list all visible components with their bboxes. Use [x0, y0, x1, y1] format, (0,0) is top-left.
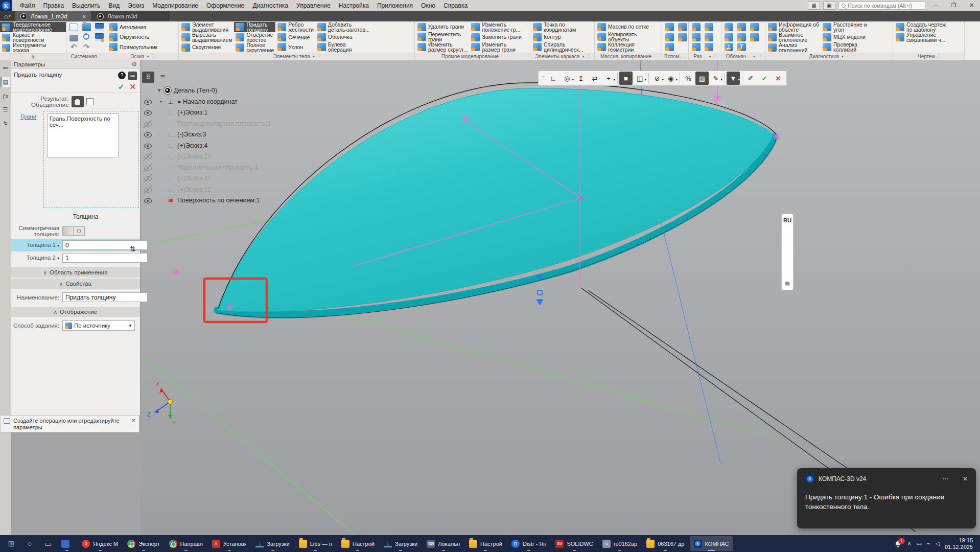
command-search-input[interactable]: Поиск по командам (Alt+/)	[838, 2, 925, 10]
ribbon-button[interactable]	[703, 22, 715, 32]
ribbon-button[interactable]: Анализ отклонений	[766, 42, 821, 53]
taskbar-app-button[interactable]: Эксперт	[123, 536, 164, 551]
workspace-mode-button[interactable]: Твердотельное моделирование	[0, 22, 66, 32]
menu-item[interactable]: Окно	[417, 1, 439, 11]
view-tool-icon[interactable]: ▼	[727, 72, 740, 85]
ribbon-button[interactable]	[663, 32, 675, 42]
menu-item[interactable]: Оформление	[203, 1, 248, 11]
ribbon-button[interactable]: Сечение	[276, 32, 315, 42]
ribbon-button[interactable]	[67, 22, 80, 32]
ribbon-button[interactable]: Проверка коллизий	[821, 42, 869, 52]
ribbon-button[interactable]: Коллекция геометрии	[596, 42, 650, 52]
ribbon-button[interactable]: Контур	[531, 32, 585, 42]
ribbon-group-label[interactable]: Элементы каркаса ▼ ⠿	[530, 53, 594, 60]
ribbon-button[interactable]	[690, 22, 702, 32]
close-button[interactable]: ✕	[964, 1, 979, 11]
menu-item[interactable]: Приложения	[374, 1, 416, 11]
ribbon-button[interactable]: Управление связанными ч...	[894, 32, 947, 42]
thickness2-label[interactable]: Толщина 2	[11, 255, 59, 262]
document-tab[interactable]: Ложка_1.m3d ✕	[15, 11, 92, 21]
menu-item[interactable]: Справка	[440, 1, 471, 11]
ribbon-button[interactable]	[690, 42, 702, 52]
ribbon-button[interactable]: Изменить размер скругл...	[416, 42, 469, 52]
menu-item[interactable]: Правка	[40, 1, 68, 11]
ribbon-button[interactable]	[663, 22, 675, 32]
tree-item[interactable]: Параллельная плоскость:4	[144, 162, 271, 173]
help-icon[interactable]: ?	[118, 72, 126, 79]
tray-icon[interactable]: ▭	[916, 540, 921, 547]
menu-item[interactable]: Файл	[16, 1, 39, 11]
ribbon-button[interactable]: Массив по сетке	[596, 22, 650, 32]
tree-item[interactable]: ▸ ● Начало координат	[144, 96, 271, 107]
taskbar-app-button[interactable]: ↓ Загрузки	[380, 536, 422, 551]
ribbon-button[interactable]: Элемент выдавливания	[180, 22, 234, 32]
method-dropdown[interactable]: По источнику ▼	[62, 320, 135, 331]
menu-item[interactable]: Вид	[105, 1, 123, 11]
view-tool-icon[interactable]: ⠿	[540, 72, 546, 85]
faces-link[interactable]: Грани	[20, 113, 36, 120]
view-tool-icon[interactable]	[647, 72, 650, 85]
view-tool-icon[interactable]: ✎	[709, 72, 722, 85]
visibility-eye-icon[interactable]	[144, 186, 152, 194]
result-union-button[interactable]	[72, 96, 84, 107]
taskbar-app-button[interactable]: D Distr - Ян	[507, 536, 550, 551]
view-tool-icon[interactable]	[740, 72, 743, 85]
tree-item[interactable]: (+)Эскиз:12	[144, 184, 271, 195]
tree-toggle-icon[interactable]: ≔	[128, 72, 137, 80]
taskbar-app-button[interactable]: ru ru0162ap	[598, 536, 642, 551]
taskbar-app-button[interactable]: 063167 др	[642, 536, 688, 551]
taskbar-app-button[interactable]: SW SOLIDWC	[551, 536, 597, 551]
taskbar-app-button[interactable]: Настрой	[465, 536, 506, 551]
app-logo-icon[interactable]: K	[0, 0, 12, 11]
ribbon-group-label[interactable]: Вспом... ▼ ⠿	[662, 53, 688, 60]
ribbon-button[interactable]	[722, 32, 735, 42]
faces-list[interactable]: Грань.Поверхность по сеч...	[47, 113, 119, 157]
more-options-icon[interactable]: ⋯	[942, 475, 949, 482]
workspace-mode-button[interactable]: Каркас и поверхности	[0, 32, 66, 42]
view-tool-icon[interactable]: ◉	[664, 72, 678, 85]
visibility-eye-icon[interactable]	[144, 120, 152, 128]
workspace-mode-button[interactable]: Инструменты эскиза	[0, 42, 66, 53]
ribbon-button[interactable]: Окружность	[107, 32, 159, 42]
ribbon-group-label[interactable]: Системная ▼ ⠿	[66, 53, 106, 60]
taskbar-app-button[interactable]: Направл	[165, 536, 207, 551]
taskbar-app-button[interactable]	[57, 536, 77, 551]
visibility-eye-icon[interactable]	[144, 108, 152, 117]
taskbar-app-button[interactable]: Настрой	[337, 536, 379, 551]
visibility-eye-icon[interactable]	[144, 196, 152, 204]
ribbon-group-label[interactable]: Чертеж ▼ ⠿	[893, 53, 964, 60]
ribbon-collapse-button[interactable]: ≫	[0, 53, 66, 60]
language-bar[interactable]: RU ▦	[781, 214, 794, 290]
view-tool-icon[interactable]: ∟	[547, 72, 560, 85]
ribbon-button[interactable]: Копировать объекты	[596, 32, 650, 42]
ribbon-button[interactable]	[748, 32, 760, 42]
panel-switch-icon[interactable]: ↯	[1, 119, 10, 128]
tree-view-toggle-icon[interactable]: ⠿	[142, 72, 154, 83]
view-tool-icon[interactable]: ■	[619, 72, 633, 85]
tree-item[interactable]: Поверхность по сечениям:1	[144, 195, 271, 206]
name-input[interactable]	[62, 292, 148, 302]
confirm-button[interactable]: ✓	[118, 82, 125, 91]
ribbon-button[interactable]: Уклон	[276, 42, 315, 53]
ribbon-button[interactable]: Изменить размер грани	[470, 42, 523, 52]
taskbar-app-button[interactable]: ↓ Загрузки	[251, 536, 293, 551]
view-tool-icon[interactable]: ✕	[772, 72, 785, 85]
ribbon-button[interactable]	[67, 32, 80, 42]
ribbon-button[interactable]: Взаимное отклонение	[766, 32, 821, 42]
notification-bell-icon[interactable]: 1	[895, 540, 902, 547]
view-tool-icon[interactable]: ✐	[744, 72, 757, 85]
ribbon-button[interactable]: Придать толщину	[234, 22, 275, 32]
ribbon-button[interactable]: Точка по координатам	[531, 22, 585, 32]
menu-item[interactable]: Диагностика	[249, 1, 292, 11]
expand-icon[interactable]: ▸	[159, 99, 164, 104]
ribbon-button[interactable]: Изменить положение гр...	[470, 22, 523, 32]
view-tool-icon[interactable]: ⇄	[588, 72, 601, 85]
menu-item[interactable]: Настройка	[335, 1, 372, 11]
menu-item[interactable]: Управление	[293, 1, 334, 11]
symmetric-thickness-toggle[interactable]: O	[62, 226, 85, 236]
view-tool-icon[interactable]	[678, 72, 681, 85]
ribbon-button[interactable]	[690, 32, 702, 42]
ribbon-button[interactable]	[80, 22, 92, 32]
ribbon-group-label[interactable]: Прямое моделирование ▼ ⠿	[415, 53, 530, 60]
3d-viewport[interactable]: X Y Z ⠿ ≣ ▼ Деталь (Тел-0)	[141, 60, 980, 535]
